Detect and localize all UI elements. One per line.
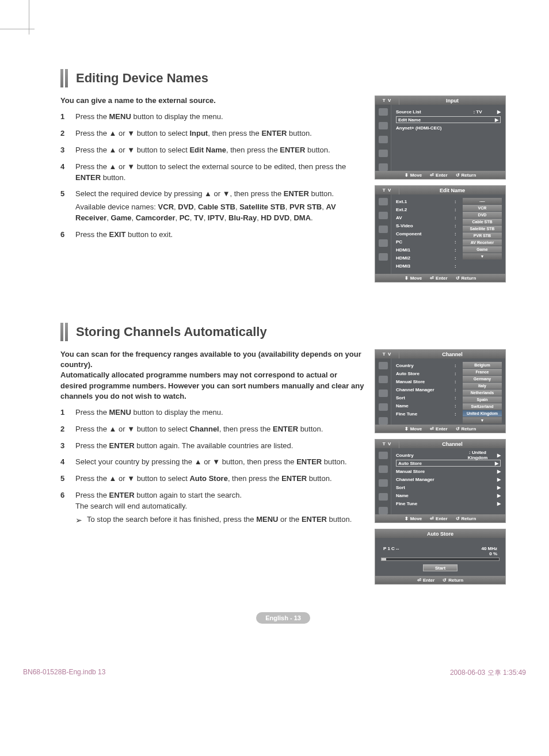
step-item: 4Select your country by pressing the ▲ o… bbox=[60, 457, 364, 468]
osd-row[interactable]: Edit Name▶ bbox=[396, 116, 501, 123]
print-footer: BN68-01528B-Eng.indb 13 2008-06-03 오후 1:… bbox=[0, 645, 549, 678]
osd-option[interactable]: ---- bbox=[463, 198, 502, 204]
osd-row[interactable]: Name▶ bbox=[396, 492, 501, 499]
osd-option[interactable]: Switzerland bbox=[463, 403, 502, 410]
osd-row[interactable]: Auto Store▶ bbox=[396, 460, 501, 467]
step-item: 2Press the ▲ or ▼ button to select Chann… bbox=[60, 424, 364, 435]
step-item: 1Press the MENU button to display the me… bbox=[60, 112, 364, 123]
osd-option[interactable]: AV Receiver bbox=[463, 239, 502, 246]
autostore-start-button[interactable]: Start bbox=[423, 564, 458, 571]
osd-auto-store: Auto Store P 1 C -- 40 MHz 0 % Start bbox=[375, 529, 506, 585]
osd-option[interactable]: Game bbox=[463, 246, 502, 253]
header-bars-icon bbox=[60, 69, 68, 87]
osd-label: S-Video: bbox=[396, 222, 458, 229]
page-number: English - 13 bbox=[60, 613, 506, 622]
step-item: 5Select the required device by pressing … bbox=[60, 189, 364, 224]
autostore-percent: 0 % bbox=[481, 551, 497, 556]
osd-sidebar bbox=[375, 358, 391, 425]
step-item: 4Press the ▲ or ▼ button to select the e… bbox=[60, 162, 364, 184]
osd-label: Ext.2: bbox=[396, 206, 458, 213]
osd-label: Manual Store: bbox=[396, 378, 458, 385]
osd-footer: ⏎Enter ↺Return bbox=[375, 576, 505, 584]
osd-label: AV: bbox=[396, 214, 458, 221]
step-item: 6Press the ENTER button again to start t… bbox=[60, 490, 364, 526]
osd-tv-label: T V bbox=[375, 96, 399, 105]
steps-list: 1Press the MENU button to display the me… bbox=[60, 112, 364, 240]
osd-row[interactable]: Sort▶ bbox=[396, 484, 501, 491]
intro-text: You can give a name to the external sour… bbox=[60, 96, 364, 106]
osd-option[interactable]: ▼ bbox=[463, 253, 502, 259]
osd-option[interactable]: Germany bbox=[463, 376, 502, 382]
section-storing-channels: Storing Channels Automatically You can s… bbox=[60, 323, 506, 585]
osd-label: Auto Store: bbox=[396, 370, 458, 377]
section-header: Editing Device Names bbox=[60, 69, 506, 87]
osd-footer: ⬍Move ⏎Enter ↺Return bbox=[375, 425, 505, 433]
osd-row[interactable]: Country: United Kingdom▶ bbox=[396, 452, 501, 459]
osd-option[interactable]: ▼ bbox=[463, 417, 502, 423]
osd-tv-label: T V bbox=[375, 350, 399, 358]
osd-option[interactable]: Italy bbox=[463, 383, 502, 389]
osd-footer: ⬍Move ⏎Enter ↺Return bbox=[375, 514, 505, 522]
osd-sidebar bbox=[375, 448, 391, 514]
step-item: 6Press the EXIT button to exit. bbox=[60, 230, 364, 240]
step-item: 1Press the MENU button to display the me… bbox=[60, 407, 364, 418]
osd-channel-menu: T V Channel Country: United Kingdom▶Auto… bbox=[375, 439, 506, 523]
section-title: Storing Channels Automatically bbox=[76, 324, 267, 339]
autostore-channel-info: P 1 C -- bbox=[383, 546, 399, 556]
autostore-freq: 40 MHz bbox=[481, 546, 497, 551]
osd-row[interactable]: Channel Manager▶ bbox=[396, 476, 501, 483]
footer-file: BN68-01528B-Eng.indb 13 bbox=[23, 668, 105, 678]
osd-sidebar bbox=[375, 194, 391, 274]
section-title: Editing Device Names bbox=[76, 71, 208, 86]
osd-option[interactable]: United Kingdom bbox=[463, 410, 502, 417]
osd-label: HDMI3: bbox=[396, 262, 458, 269]
osd-footer: ⬍Move ⏎Enter ↺Return bbox=[375, 171, 505, 179]
steps-list: 1Press the MENU button to display the me… bbox=[60, 407, 364, 526]
osd-row[interactable]: Anynet+ (HDMI-CEC) bbox=[396, 124, 501, 131]
header-bars-icon bbox=[60, 323, 68, 341]
osd-label: HDMI2: bbox=[396, 254, 458, 261]
osd-tv-label: T V bbox=[375, 440, 399, 448]
osd-row[interactable]: Manual Store▶ bbox=[396, 468, 501, 475]
osd-label: Sort: bbox=[396, 394, 458, 401]
osd-input: T V Input Source List: TV▶Edit Name▶Anyn… bbox=[375, 96, 506, 180]
step-item: 5Press the ▲ or ▼ button to select Auto … bbox=[60, 474, 364, 484]
step-item: 3Press the ENTER button again. The avail… bbox=[60, 441, 364, 452]
osd-option[interactable]: PVR STB bbox=[463, 232, 502, 239]
osd-title: Channel bbox=[399, 440, 505, 448]
osd-option[interactable]: France bbox=[463, 369, 502, 375]
osd-option[interactable]: Netherlands bbox=[463, 390, 502, 396]
osd-label: Name: bbox=[396, 402, 458, 409]
osd-channel-country: T V Channel Country:Auto Store:Manual St… bbox=[375, 349, 506, 433]
osd-tv-label: T V bbox=[375, 186, 399, 194]
osd-edit-name: T V Edit Name Ext.1:Ext.2:AV:S-Video:Com… bbox=[375, 185, 506, 282]
osd-title: Input bbox=[399, 96, 505, 105]
osd-footer: ⬍Move ⏎Enter ↺Return bbox=[375, 274, 505, 282]
osd-label: Channel Manager: bbox=[396, 386, 458, 393]
osd-title: Edit Name bbox=[399, 186, 505, 194]
osd-option[interactable]: Cable STB bbox=[463, 219, 502, 225]
osd-sidebar bbox=[375, 105, 391, 171]
osd-title: Auto Store bbox=[375, 529, 505, 538]
osd-option[interactable]: Satellite STB bbox=[463, 226, 502, 232]
footer-date: 2008-06-03 오후 1:35:49 bbox=[450, 668, 526, 678]
osd-label: Country: bbox=[396, 362, 458, 369]
osd-label: Fine Tune: bbox=[396, 410, 458, 417]
osd-label: Ext.1: bbox=[396, 198, 458, 205]
osd-option[interactable]: DVD bbox=[463, 212, 502, 218]
step-item: 2Press the ▲ or ▼ button to select Input… bbox=[60, 128, 364, 139]
osd-row[interactable]: Fine Tune▶ bbox=[396, 500, 501, 507]
section-header: Storing Channels Automatically bbox=[60, 323, 506, 341]
autostore-progress bbox=[381, 558, 500, 561]
osd-label: Component: bbox=[396, 230, 458, 237]
osd-label: HDMI1: bbox=[396, 246, 458, 253]
section-editing-device-names: Editing Device Names You can give a name… bbox=[60, 69, 506, 282]
osd-option[interactable]: Belgium bbox=[463, 362, 502, 368]
osd-option[interactable]: VCR bbox=[463, 205, 502, 211]
intro-text: You can scan for the frequency ranges av… bbox=[60, 349, 364, 402]
osd-label: PC: bbox=[396, 238, 458, 245]
step-item: 3Press the ▲ or ▼ button to select Edit … bbox=[60, 145, 364, 156]
osd-title: Channel bbox=[399, 350, 505, 358]
osd-option[interactable]: Spain bbox=[463, 396, 502, 403]
osd-row[interactable]: Source List: TV▶ bbox=[396, 108, 501, 115]
